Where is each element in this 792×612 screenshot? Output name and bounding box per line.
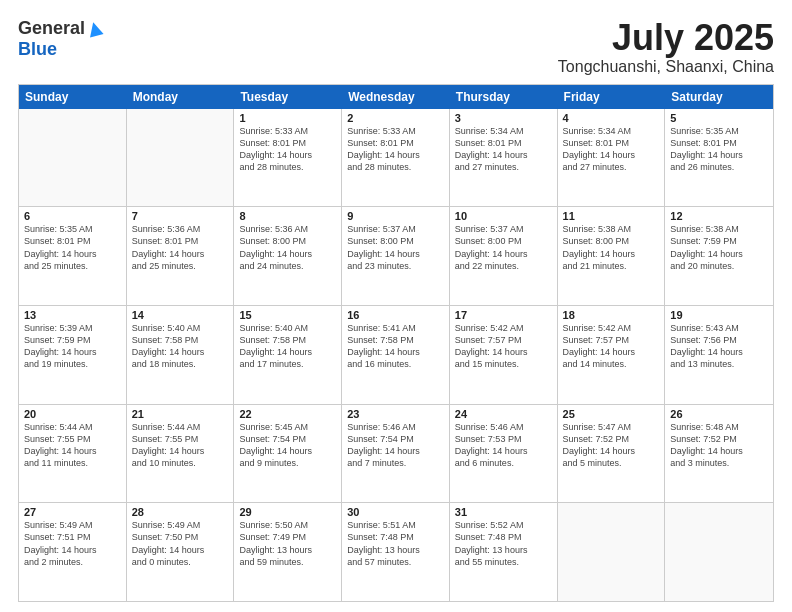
calendar-row-4: 27Sunrise: 5:49 AM Sunset: 7:51 PM Dayli… <box>19 503 773 601</box>
day-number: 17 <box>455 309 552 321</box>
cell-info: Sunrise: 5:35 AM Sunset: 8:01 PM Dayligh… <box>24 223 121 272</box>
cell-info: Sunrise: 5:37 AM Sunset: 8:00 PM Dayligh… <box>347 223 444 272</box>
calendar-cell: 17Sunrise: 5:42 AM Sunset: 7:57 PM Dayli… <box>450 306 558 404</box>
day-number: 20 <box>24 408 121 420</box>
cell-info: Sunrise: 5:42 AM Sunset: 7:57 PM Dayligh… <box>563 322 660 371</box>
day-number: 2 <box>347 112 444 124</box>
calendar: SundayMondayTuesdayWednesdayThursdayFrid… <box>18 84 774 602</box>
day-number: 11 <box>563 210 660 222</box>
calendar-cell: 14Sunrise: 5:40 AM Sunset: 7:58 PM Dayli… <box>127 306 235 404</box>
logo-general: General <box>18 18 85 39</box>
cell-info: Sunrise: 5:37 AM Sunset: 8:00 PM Dayligh… <box>455 223 552 272</box>
page: General Blue July 2025 Tongchuanshi, Sha… <box>0 0 792 612</box>
calendar-cell: 8Sunrise: 5:36 AM Sunset: 8:00 PM Daylig… <box>234 207 342 305</box>
day-number: 31 <box>455 506 552 518</box>
cell-info: Sunrise: 5:48 AM Sunset: 7:52 PM Dayligh… <box>670 421 768 470</box>
calendar-cell: 25Sunrise: 5:47 AM Sunset: 7:52 PM Dayli… <box>558 405 666 503</box>
cell-info: Sunrise: 5:49 AM Sunset: 7:50 PM Dayligh… <box>132 519 229 568</box>
header-day-sunday: Sunday <box>19 85 127 109</box>
calendar-cell: 13Sunrise: 5:39 AM Sunset: 7:59 PM Dayli… <box>19 306 127 404</box>
page-header: General Blue July 2025 Tongchuanshi, Sha… <box>18 18 774 76</box>
cell-info: Sunrise: 5:46 AM Sunset: 7:53 PM Dayligh… <box>455 421 552 470</box>
day-number: 28 <box>132 506 229 518</box>
calendar-cell: 21Sunrise: 5:44 AM Sunset: 7:55 PM Dayli… <box>127 405 235 503</box>
day-number: 19 <box>670 309 768 321</box>
day-number: 24 <box>455 408 552 420</box>
day-number: 1 <box>239 112 336 124</box>
header-day-saturday: Saturday <box>665 85 773 109</box>
title-block: July 2025 Tongchuanshi, Shaanxi, China <box>558 18 774 76</box>
cell-info: Sunrise: 5:44 AM Sunset: 7:55 PM Dayligh… <box>132 421 229 470</box>
cell-info: Sunrise: 5:38 AM Sunset: 7:59 PM Dayligh… <box>670 223 768 272</box>
calendar-cell: 6Sunrise: 5:35 AM Sunset: 8:01 PM Daylig… <box>19 207 127 305</box>
calendar-cell: 29Sunrise: 5:50 AM Sunset: 7:49 PM Dayli… <box>234 503 342 601</box>
day-number: 16 <box>347 309 444 321</box>
cell-info: Sunrise: 5:44 AM Sunset: 7:55 PM Dayligh… <box>24 421 121 470</box>
cell-info: Sunrise: 5:34 AM Sunset: 8:01 PM Dayligh… <box>455 125 552 174</box>
header-day-thursday: Thursday <box>450 85 558 109</box>
calendar-cell: 12Sunrise: 5:38 AM Sunset: 7:59 PM Dayli… <box>665 207 773 305</box>
cell-info: Sunrise: 5:33 AM Sunset: 8:01 PM Dayligh… <box>239 125 336 174</box>
day-number: 10 <box>455 210 552 222</box>
cell-info: Sunrise: 5:52 AM Sunset: 7:48 PM Dayligh… <box>455 519 552 568</box>
calendar-cell: 10Sunrise: 5:37 AM Sunset: 8:00 PM Dayli… <box>450 207 558 305</box>
calendar-cell: 1Sunrise: 5:33 AM Sunset: 8:01 PM Daylig… <box>234 109 342 207</box>
cell-info: Sunrise: 5:42 AM Sunset: 7:57 PM Dayligh… <box>455 322 552 371</box>
day-number: 4 <box>563 112 660 124</box>
day-number: 18 <box>563 309 660 321</box>
calendar-cell: 9Sunrise: 5:37 AM Sunset: 8:00 PM Daylig… <box>342 207 450 305</box>
day-number: 27 <box>24 506 121 518</box>
cell-info: Sunrise: 5:38 AM Sunset: 8:00 PM Dayligh… <box>563 223 660 272</box>
cell-info: Sunrise: 5:40 AM Sunset: 7:58 PM Dayligh… <box>239 322 336 371</box>
calendar-header: SundayMondayTuesdayWednesdayThursdayFrid… <box>19 85 773 109</box>
day-number: 23 <box>347 408 444 420</box>
calendar-row-3: 20Sunrise: 5:44 AM Sunset: 7:55 PM Dayli… <box>19 405 773 504</box>
cell-info: Sunrise: 5:40 AM Sunset: 7:58 PM Dayligh… <box>132 322 229 371</box>
day-number: 21 <box>132 408 229 420</box>
day-number: 7 <box>132 210 229 222</box>
calendar-body: 1Sunrise: 5:33 AM Sunset: 8:01 PM Daylig… <box>19 109 773 601</box>
calendar-row-2: 13Sunrise: 5:39 AM Sunset: 7:59 PM Dayli… <box>19 306 773 405</box>
calendar-cell: 11Sunrise: 5:38 AM Sunset: 8:00 PM Dayli… <box>558 207 666 305</box>
day-number: 29 <box>239 506 336 518</box>
cell-info: Sunrise: 5:43 AM Sunset: 7:56 PM Dayligh… <box>670 322 768 371</box>
day-number: 15 <box>239 309 336 321</box>
header-day-tuesday: Tuesday <box>234 85 342 109</box>
calendar-cell: 22Sunrise: 5:45 AM Sunset: 7:54 PM Dayli… <box>234 405 342 503</box>
calendar-cell: 27Sunrise: 5:49 AM Sunset: 7:51 PM Dayli… <box>19 503 127 601</box>
calendar-cell: 7Sunrise: 5:36 AM Sunset: 8:01 PM Daylig… <box>127 207 235 305</box>
cell-info: Sunrise: 5:45 AM Sunset: 7:54 PM Dayligh… <box>239 421 336 470</box>
calendar-cell: 20Sunrise: 5:44 AM Sunset: 7:55 PM Dayli… <box>19 405 127 503</box>
cell-info: Sunrise: 5:35 AM Sunset: 8:01 PM Dayligh… <box>670 125 768 174</box>
cell-info: Sunrise: 5:41 AM Sunset: 7:58 PM Dayligh… <box>347 322 444 371</box>
svg-marker-0 <box>86 20 103 37</box>
header-day-friday: Friday <box>558 85 666 109</box>
calendar-cell: 24Sunrise: 5:46 AM Sunset: 7:53 PM Dayli… <box>450 405 558 503</box>
calendar-row-1: 6Sunrise: 5:35 AM Sunset: 8:01 PM Daylig… <box>19 207 773 306</box>
cell-info: Sunrise: 5:46 AM Sunset: 7:54 PM Dayligh… <box>347 421 444 470</box>
day-number: 9 <box>347 210 444 222</box>
day-number: 6 <box>24 210 121 222</box>
calendar-row-0: 1Sunrise: 5:33 AM Sunset: 8:01 PM Daylig… <box>19 109 773 208</box>
month-title: July 2025 <box>558 18 774 58</box>
day-number: 12 <box>670 210 768 222</box>
cell-info: Sunrise: 5:36 AM Sunset: 8:01 PM Dayligh… <box>132 223 229 272</box>
cell-info: Sunrise: 5:50 AM Sunset: 7:49 PM Dayligh… <box>239 519 336 568</box>
calendar-cell: 5Sunrise: 5:35 AM Sunset: 8:01 PM Daylig… <box>665 109 773 207</box>
cell-info: Sunrise: 5:39 AM Sunset: 7:59 PM Dayligh… <box>24 322 121 371</box>
calendar-cell: 3Sunrise: 5:34 AM Sunset: 8:01 PM Daylig… <box>450 109 558 207</box>
day-number: 25 <box>563 408 660 420</box>
header-day-monday: Monday <box>127 85 235 109</box>
day-number: 3 <box>455 112 552 124</box>
cell-info: Sunrise: 5:47 AM Sunset: 7:52 PM Dayligh… <box>563 421 660 470</box>
cell-info: Sunrise: 5:34 AM Sunset: 8:01 PM Dayligh… <box>563 125 660 174</box>
calendar-cell: 30Sunrise: 5:51 AM Sunset: 7:48 PM Dayli… <box>342 503 450 601</box>
calendar-cell <box>558 503 666 601</box>
logo-blue: Blue <box>18 39 57 59</box>
calendar-cell: 2Sunrise: 5:33 AM Sunset: 8:01 PM Daylig… <box>342 109 450 207</box>
calendar-cell <box>19 109 127 207</box>
day-number: 8 <box>239 210 336 222</box>
cell-info: Sunrise: 5:33 AM Sunset: 8:01 PM Dayligh… <box>347 125 444 174</box>
logo-icon <box>86 20 104 38</box>
day-number: 30 <box>347 506 444 518</box>
